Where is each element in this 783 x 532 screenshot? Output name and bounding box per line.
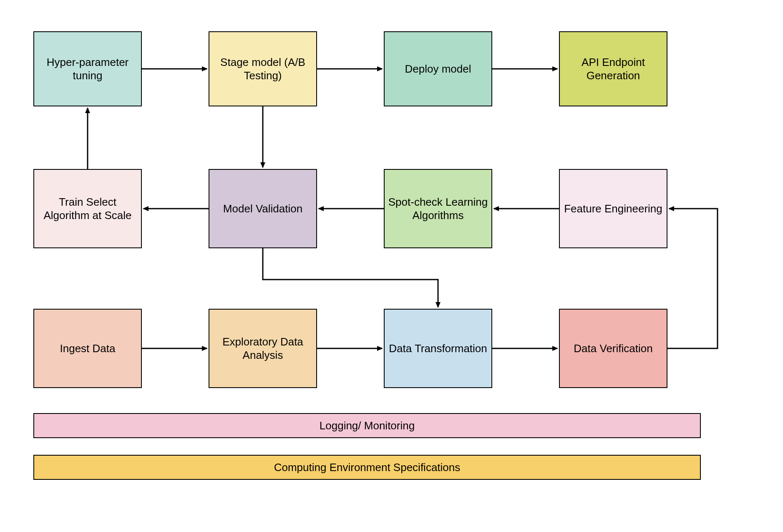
node-label: Model Validation (223, 202, 302, 216)
node-deploy-model: Deploy model (384, 31, 492, 106)
node-label: Hyper-parameter tuning (38, 55, 138, 83)
node-label: API Endpoint Generation (563, 55, 663, 83)
node-ingest-data: Ingest Data (33, 309, 142, 388)
node-label: Spot-check Learning Algorithms (388, 195, 488, 222)
diagram-canvas: Hyper-parameter tuning Stage model (A/B … (0, 0, 783, 532)
node-label: Train Select Algorithm at Scale (38, 195, 138, 222)
node-spot-check-algorithms: Spot-check Learning Algorithms (384, 169, 492, 248)
node-label: Stage model (A/B Testing) (213, 55, 313, 83)
node-data-transformation: Data Transformation (384, 309, 492, 388)
node-label: Feature Engineering (564, 202, 662, 216)
node-label: Exploratory Data Analysis (213, 335, 313, 362)
node-model-validation: Model Validation (209, 169, 317, 248)
node-exploratory-data-analysis: Exploratory Data Analysis (209, 309, 317, 388)
node-train-select-algorithm: Train Select Algorithm at Scale (33, 169, 142, 248)
bar-logging-monitoring: Logging/ Monitoring (33, 413, 701, 438)
bar-label: Logging/ Monitoring (320, 419, 415, 432)
node-label: Ingest Data (60, 342, 116, 356)
bar-label: Computing Environment Specifications (274, 461, 461, 474)
node-label: Data Verification (574, 342, 652, 356)
node-label: Deploy model (405, 62, 471, 76)
bar-computing-environment: Computing Environment Specifications (33, 455, 701, 480)
node-api-endpoint-generation: API Endpoint Generation (559, 31, 667, 106)
node-stage-model: Stage model (A/B Testing) (209, 31, 317, 106)
node-feature-engineering: Feature Engineering (559, 169, 667, 248)
node-data-verification: Data Verification (559, 309, 667, 388)
node-hyper-parameter-tuning: Hyper-parameter tuning (33, 31, 142, 106)
node-label: Data Transformation (389, 342, 487, 356)
